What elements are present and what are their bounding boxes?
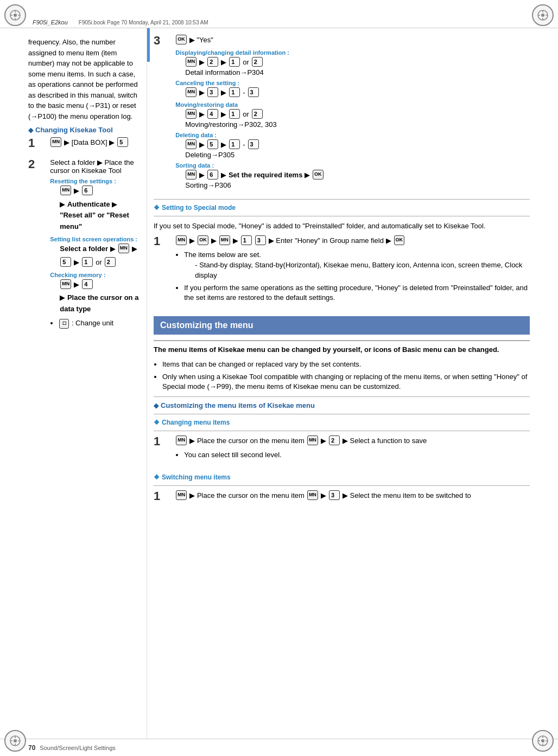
special-sub-bullet: Stand-by display, Stand-by(Horizontal), … xyxy=(195,260,530,281)
resetting-menu-key: MN xyxy=(60,185,71,195)
header-title: F905i_E2kou xyxy=(33,19,68,25)
changing-step1-content: MN ▶ Place the cursor on the menu item M… xyxy=(175,435,427,464)
sw-3-key: 3 xyxy=(329,490,340,500)
intro-paragraph: frequency. Also, the number assigned to … xyxy=(28,37,140,121)
switching-step1-num: 1 xyxy=(154,490,160,502)
divider4 xyxy=(154,396,530,397)
section-changing-kisekae-heading: ◆ Changing Kisekae Tool xyxy=(28,126,140,134)
switching-label: Switching menu items xyxy=(162,473,231,481)
corner-decoration-tr xyxy=(532,4,554,26)
left-column: frequency. Also, the number assigned to … xyxy=(0,28,147,739)
can-3b-key: 3 xyxy=(248,87,259,97)
can-1-key: 1 xyxy=(229,87,240,97)
moving-step: MN ▶ 4 ▶ 1 or 2 xyxy=(185,109,324,120)
ch-m1-key: MN xyxy=(176,435,187,445)
customizing-box-title: Customizing the menu xyxy=(154,316,530,335)
cust-bullet-2: Only when using a Kisekae Tool compatibl… xyxy=(162,372,530,393)
sl-key2: 2 xyxy=(105,257,116,267)
sort-6-key: 6 xyxy=(207,170,218,180)
moving-ref-text: Moving/restoring→P302, 303 xyxy=(185,120,276,129)
can-3-key: 3 xyxy=(207,87,218,97)
disp-2-key: 2 xyxy=(207,57,218,67)
section-heading-label: Changing Kisekae Tool xyxy=(35,126,113,134)
mov-m-key: MN xyxy=(186,109,196,119)
del-m-key: MN xyxy=(186,139,196,149)
can-m-key: MN xyxy=(186,87,196,97)
change-unit-list: ☐ : Change unit xyxy=(59,318,140,329)
special-bullet-1: The items below are set. Stand-by displa… xyxy=(184,250,530,281)
sort-ok-key: OK xyxy=(313,170,324,180)
switching-step1-content: MN ▶ Place the cursor on the menu item M… xyxy=(175,490,471,502)
changing-items-heading: ❖ Changing menu items xyxy=(154,419,530,426)
customizing-intro-bold: The menu items of Kisekae menu can be ch… xyxy=(154,345,499,354)
disp-m-key: MN xyxy=(186,57,196,67)
changing-bullet-1: You can select till second level. xyxy=(184,450,427,460)
special-heading-label: Setting to Special mode xyxy=(162,204,236,212)
deleting-step: MN ▶ 5 ▶ 1 - 3 xyxy=(185,139,324,151)
divider3 xyxy=(154,340,530,341)
sl-menu-key: MN xyxy=(118,244,129,253)
del-3-key: 3 xyxy=(248,139,259,149)
cust-menu-heading: ◆ Customizing the menu items of Kisekae … xyxy=(154,401,530,409)
sorting-ref: Sorting→P306 xyxy=(185,181,324,189)
step2-number: 2 xyxy=(28,158,35,170)
step1-row: 1 MN ▶ [Data BOX] ▶ 5 xyxy=(28,137,140,154)
customizing-bullets: Items that can be changed or replaced va… xyxy=(162,360,530,393)
checking-label: Checking memory : xyxy=(50,272,140,278)
divider5 xyxy=(154,414,530,414)
menu-key-icon: MN xyxy=(50,137,61,147)
corner-decoration-br xyxy=(532,730,554,752)
ch-menu-key: MN xyxy=(60,279,71,289)
step2-text: Select a folder ▶ Place the cursor on Ki… xyxy=(50,158,134,175)
sp-m2-key: MN xyxy=(219,235,230,245)
ch-m2-key: MN xyxy=(307,435,318,445)
canceling-label: Canceling the setting : xyxy=(175,80,324,86)
step3-row: 3 OK ▶ "Yes" Displaying/changing detail … xyxy=(154,35,530,195)
setting-list-step: Select a folder ▶ MN ▶ 5 ▶ 1 or 2 xyxy=(60,244,140,268)
step1-inline: MN ▶ [Data BOX] ▶ 5 xyxy=(50,137,129,149)
special-step1-content: MN ▶ OK ▶ MN ▶ 1 3 ▶ Enter "Honey" in Gr… xyxy=(175,235,530,306)
ch-unit-key: ☐ xyxy=(59,319,69,329)
divider2 xyxy=(154,216,530,216)
svg-point-7 xyxy=(541,14,544,17)
cust-bullet-1: Items that can be changed or replaced va… xyxy=(162,360,530,370)
display-ref: Detail information→P304 xyxy=(185,68,324,76)
special-step1-row: 1 MN ▶ OK ▶ MN ▶ 1 3 ▶ Enter "Honey" in … xyxy=(154,235,530,312)
sw-m1-key: MN xyxy=(176,490,187,500)
divider7 xyxy=(154,485,530,486)
change-unit-text: : Change unit xyxy=(72,319,113,327)
moving-label: Moving/restoring data xyxy=(175,101,324,108)
changing-bullets: You can select till second level. xyxy=(184,450,427,460)
display-label: Displaying/changing detail information : xyxy=(175,49,324,56)
sl-key5: 5 xyxy=(60,257,71,267)
sw-m2-key: MN xyxy=(307,490,318,500)
step1-number: 1 xyxy=(28,137,35,149)
corner-decoration-bl xyxy=(4,730,26,752)
mov-1-key: 1 xyxy=(229,109,240,119)
sp-ok2-key: OK xyxy=(394,235,405,245)
svg-point-19 xyxy=(541,739,544,742)
sp-m1-key: MN xyxy=(176,235,187,245)
step3-content: OK ▶ "Yes" Displaying/changing detail in… xyxy=(175,35,324,189)
sorting-step: MN ▶ 6 ▶ Set the required items ▶ OK xyxy=(185,170,324,181)
changing-step1-row: 1 MN ▶ Place the cursor on the menu item… xyxy=(154,435,530,469)
customizing-intro: The menu items of Kisekae menu can be ch… xyxy=(154,344,530,355)
special-bullet-2: If you perform the same operations as th… xyxy=(184,283,530,304)
svg-point-13 xyxy=(14,739,17,742)
s3-ok-key: OK xyxy=(176,35,187,44)
resetting-key6: 6 xyxy=(82,185,93,195)
special-sub-bullets: Stand-by display, Stand-by(Horizontal), … xyxy=(195,260,530,281)
mov-4-key: 4 xyxy=(207,109,218,119)
header-subtitle: F905i.book Page 70 Monday, April 21, 200… xyxy=(79,20,208,25)
display-step: MN ▶ 2 ▶ 1 or 2 xyxy=(185,57,324,68)
special-step1-num: 1 xyxy=(154,235,160,247)
special-intro: If you set to Special mode, "Honey" is a… xyxy=(154,221,530,232)
changing-step1-inline: MN ▶ Place the cursor on the menu item M… xyxy=(175,435,427,447)
step2-row: 2 Select a folder ▶ Place the cursor on … xyxy=(28,158,140,337)
step1-content: MN ▶ [Data BOX] ▶ 5 xyxy=(50,137,129,149)
sp-1-key: 1 xyxy=(241,235,252,245)
del-1-key: 1 xyxy=(229,139,240,149)
corner-decoration-tl xyxy=(4,4,26,26)
display-ref-text: Detail information→P304 xyxy=(185,68,264,76)
divider1 xyxy=(154,199,530,200)
